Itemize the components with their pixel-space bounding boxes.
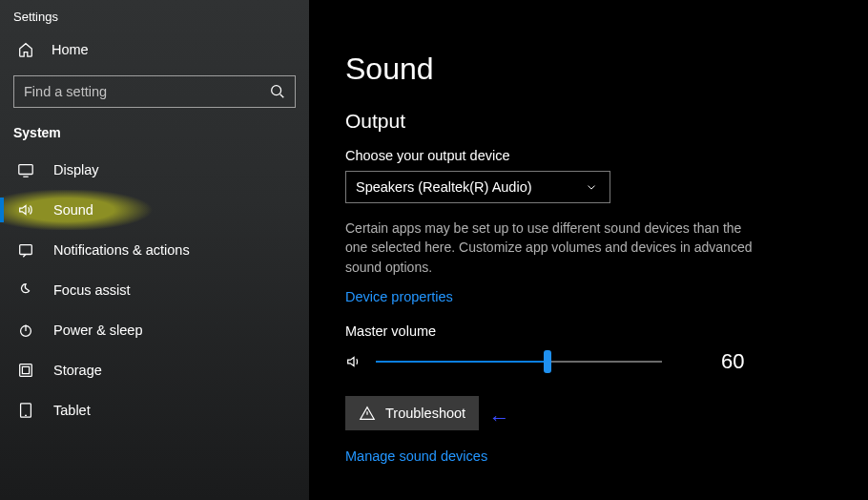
- sidebar-item-label: Notifications & actions: [53, 242, 190, 258]
- output-device-select[interactable]: Speakers (Realtek(R) Audio): [345, 171, 610, 203]
- choose-output-label: Choose your output device: [345, 148, 868, 163]
- output-heading: Output: [345, 110, 868, 133]
- device-properties-link[interactable]: Device properties: [345, 289, 453, 304]
- sidebar-item-label: Tablet: [53, 403, 91, 418]
- sound-icon: [17, 201, 34, 219]
- slider-thumb[interactable]: [544, 350, 551, 373]
- sidebar-item-label: Storage: [53, 363, 102, 378]
- window-title: Settings: [0, 0, 309, 24]
- storage-icon: [17, 362, 34, 379]
- troubleshoot-button[interactable]: Troubleshoot: [345, 396, 479, 430]
- master-volume-label: Master volume: [345, 323, 868, 339]
- home-nav[interactable]: Home: [0, 24, 309, 75]
- sidebar-item-label: Power & sleep: [53, 323, 143, 338]
- manage-sound-devices-link[interactable]: Manage sound devices: [345, 448, 487, 464]
- svg-rect-1: [19, 165, 32, 175]
- output-device-value: Speakers (Realtek(R) Audio): [356, 179, 532, 195]
- sidebar: Settings Home System Display Sound Notif…: [0, 0, 309, 500]
- sidebar-item-notifications[interactable]: Notifications & actions: [0, 230, 309, 270]
- annotation-arrow: ←: [489, 406, 510, 429]
- sidebar-item-label: Display: [53, 162, 99, 177]
- home-icon: [17, 41, 34, 58]
- master-volume-slider[interactable]: [376, 348, 662, 375]
- master-volume-row: 60: [345, 348, 868, 375]
- sidebar-item-tablet[interactable]: Tablet: [0, 390, 309, 430]
- svg-rect-4: [20, 365, 32, 377]
- speaker-icon: [345, 353, 362, 370]
- sidebar-item-storage[interactable]: Storage: [0, 350, 309, 390]
- svg-rect-2: [20, 245, 32, 255]
- sidebar-item-sound[interactable]: Sound: [0, 190, 309, 230]
- output-description: Certain apps may be set up to use differ…: [345, 219, 755, 277]
- slider-fill: [376, 361, 548, 364]
- troubleshoot-label: Troubleshoot: [385, 406, 465, 421]
- search-input[interactable]: [13, 75, 296, 108]
- search-container: [0, 75, 309, 108]
- warning-icon: [359, 405, 376, 422]
- master-volume-value: 60: [721, 349, 744, 374]
- page-title: Sound: [345, 52, 868, 87]
- section-label: System: [0, 125, 309, 150]
- notifications-icon: [17, 241, 34, 259]
- sidebar-item-power-sleep[interactable]: Power & sleep: [0, 310, 309, 350]
- sidebar-item-label: Focus assist: [53, 282, 131, 298]
- svg-rect-5: [22, 366, 29, 373]
- svg-point-0: [272, 86, 281, 95]
- power-icon: [17, 322, 34, 339]
- chevron-down-icon: [583, 180, 600, 194]
- sidebar-item-label: Sound: [53, 202, 93, 218]
- sidebar-item-display[interactable]: Display: [0, 150, 309, 190]
- main-content: Sound Output Choose your output device S…: [309, 0, 868, 500]
- search-icon: [269, 83, 286, 100]
- sidebar-item-focus-assist[interactable]: Focus assist: [0, 270, 309, 310]
- display-icon: [17, 161, 34, 178]
- tablet-icon: [17, 402, 34, 419]
- focus-assist-icon: [17, 281, 34, 299]
- home-label: Home: [52, 42, 89, 57]
